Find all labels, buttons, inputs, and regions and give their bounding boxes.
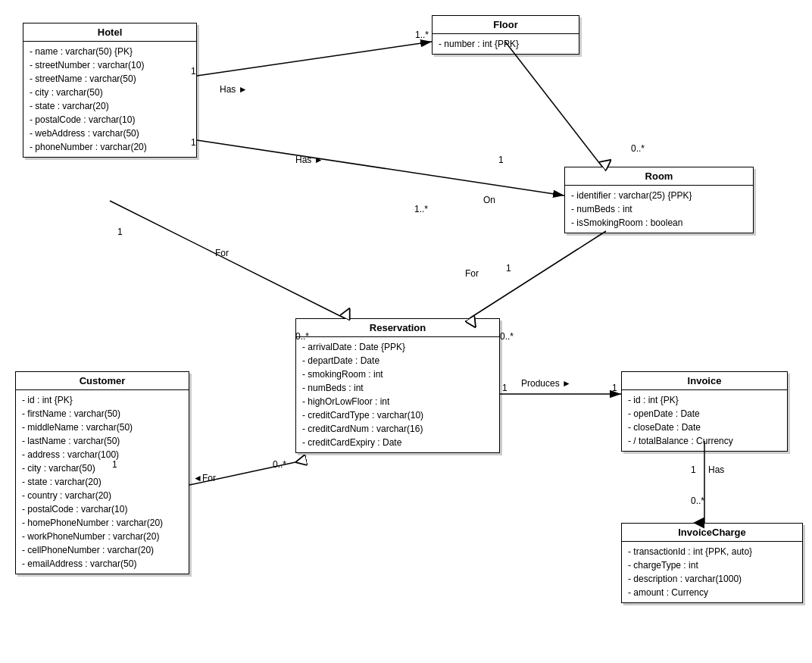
invoice-body: - id : int {PK} - openDate : Date - clos…: [622, 390, 787, 451]
invoice-charge-class: InvoiceCharge - transactionId : int {PPK…: [621, 523, 803, 603]
reservation-class: Reservation - arrivalDate : Date {PPK} -…: [295, 318, 500, 453]
svg-text:For: For: [215, 248, 229, 258]
svg-text:◄For: ◄For: [193, 473, 216, 483]
svg-text:0..*: 0..*: [500, 331, 514, 342]
floor-class: Floor - number : int {PPK}: [432, 15, 579, 55]
svg-line-20: [470, 231, 606, 318]
svg-text:1: 1: [691, 464, 696, 475]
svg-text:0..*: 0..*: [631, 143, 645, 154]
hotel-class: Hotel - name : varchar(50) {PK} - street…: [23, 23, 197, 158]
svg-text:0..*: 0..*: [273, 459, 286, 470]
room-class: Room - identifier : varchar(25) {PPK} - …: [564, 167, 754, 233]
svg-text:1: 1: [117, 227, 123, 237]
svg-text:1: 1: [612, 383, 617, 393]
svg-text:1: 1: [506, 263, 511, 274]
reservation-title: Reservation: [296, 319, 499, 337]
svg-text:Produces ►: Produces ►: [521, 378, 571, 389]
svg-line-32: [189, 462, 295, 485]
svg-text:On: On: [483, 195, 495, 205]
svg-text:1..*: 1..*: [415, 30, 429, 40]
invoice-class: Invoice - id : int {PK} - openDate : Dat…: [621, 371, 788, 452]
hotel-title: Hotel: [23, 23, 196, 42]
svg-text:Has ►: Has ►: [295, 155, 323, 165]
svg-line-12: [505, 42, 602, 167]
invoice-title: Invoice: [622, 372, 787, 390]
floor-body: - number : int {PPK}: [433, 34, 579, 54]
floor-title: Floor: [433, 16, 579, 34]
svg-text:For: For: [465, 268, 479, 279]
room-body: - identifier : varchar(25) {PPK} - numBe…: [565, 186, 753, 233]
svg-text:Has ►: Has ►: [220, 84, 248, 95]
svg-text:Has: Has: [708, 464, 724, 475]
customer-class: Customer - id : int {PK} - firstName : v…: [15, 371, 189, 574]
svg-line-8: [197, 140, 564, 195]
svg-text:1: 1: [502, 383, 508, 393]
customer-body: - id : int {PK} - firstName : varchar(50…: [16, 390, 189, 574]
svg-line-16: [110, 201, 345, 318]
invoice-charge-body: - transactionId : int {PPK, auto} - char…: [622, 542, 802, 602]
svg-text:1..*: 1..*: [414, 204, 428, 214]
hotel-body: - name : varchar(50) {PK} - streetNumber…: [23, 42, 196, 157]
svg-line-4: [197, 42, 432, 76]
invoice-charge-title: InvoiceCharge: [622, 524, 802, 542]
diagram: Hotel - name : varchar(50) {PK} - street…: [0, 0, 812, 663]
reservation-body: - arrivalDate : Date {PPK} - departDate …: [296, 337, 499, 452]
customer-title: Customer: [16, 372, 189, 390]
svg-text:0..*: 0..*: [691, 496, 704, 506]
svg-text:1: 1: [498, 155, 504, 165]
room-title: Room: [565, 167, 753, 186]
